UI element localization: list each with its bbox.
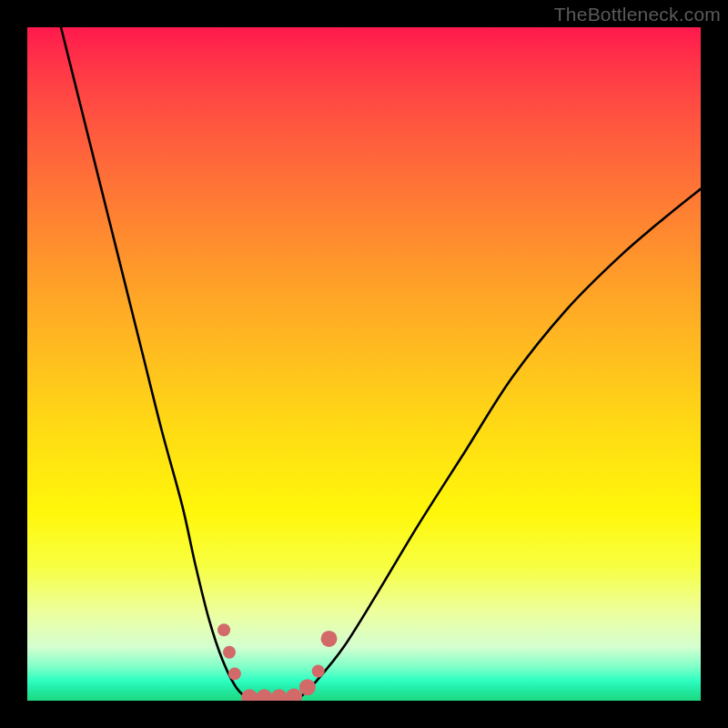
svg-point-5 [271, 689, 288, 701]
plot-area [27, 27, 701, 701]
svg-point-3 [241, 689, 258, 701]
scatter-markers [217, 623, 337, 701]
svg-point-8 [312, 664, 325, 677]
curve-right [297, 189, 701, 701]
svg-point-1 [223, 646, 236, 659]
watermark-text: TheBottleneck.com [554, 4, 721, 25]
curve-left [61, 27, 249, 701]
svg-point-2 [228, 667, 241, 680]
chart-frame: TheBottleneck.com [0, 0, 728, 728]
svg-point-6 [286, 689, 302, 701]
svg-point-0 [217, 623, 230, 636]
chart-svg [27, 27, 701, 701]
svg-point-7 [299, 679, 316, 695]
svg-point-4 [256, 689, 272, 701]
svg-point-9 [321, 631, 338, 647]
